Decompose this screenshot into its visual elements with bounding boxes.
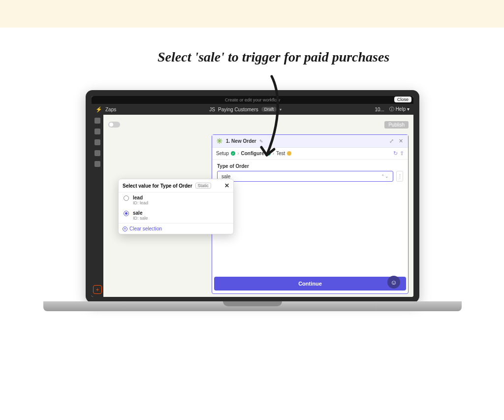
rail-icon[interactable] <box>94 129 100 134</box>
rail-icon[interactable] <box>94 150 100 156</box>
help-menu[interactable]: ⓘ Help ▾ <box>389 106 410 113</box>
assistant-fab[interactable]: ☺ <box>387 276 400 289</box>
page-banner <box>0 0 504 28</box>
clear-selection-button[interactable]: ✕ Clear selection <box>123 226 229 231</box>
option-label: lead <box>133 195 148 200</box>
share-icon[interactable]: ⇪ <box>400 150 404 157</box>
continue-button[interactable]: Continue <box>214 277 406 291</box>
field-menu-button[interactable]: ⋮ <box>396 171 403 182</box>
value-picker-popover: Select value for Type of Order Static ✕ … <box>118 179 234 234</box>
close-icon[interactable]: ✕ <box>224 182 229 189</box>
option-id: ID: sale <box>133 216 148 221</box>
left-rail: + <box>92 115 103 297</box>
publish-button[interactable]: Publish <box>384 121 409 129</box>
static-badge: Static <box>195 183 212 189</box>
callout-arrow <box>240 71 294 172</box>
radio-selected-icon <box>124 211 129 216</box>
expand-icon[interactable]: ⤢ <box>388 138 395 144</box>
clear-icon: ✕ <box>123 226 127 231</box>
callout-annotation: Select 'sale' to trigger for paid purcha… <box>158 49 389 65</box>
rail-icon[interactable] <box>94 139 100 145</box>
rail-icon[interactable] <box>94 161 100 167</box>
laptop-base <box>43 301 462 325</box>
chevron-right-icon: › <box>237 151 239 156</box>
app-logo-icon: ✳️ <box>216 138 223 144</box>
option-label: sale <box>133 210 148 216</box>
workflow-prefix: JS <box>209 107 215 112</box>
close-icon[interactable]: ✕ <box>398 138 404 144</box>
caret-icon: ⌃⌄ <box>381 174 389 179</box>
refresh-icon[interactable]: ↻ <box>393 150 398 157</box>
enable-toggle[interactable] <box>108 122 120 128</box>
option-id: ID: lead <box>133 200 148 205</box>
add-step-button[interactable]: + <box>93 285 102 294</box>
close-button[interactable]: Close <box>394 97 411 102</box>
check-icon: ✓ <box>231 151 235 156</box>
option-sale[interactable]: sale ID: sale <box>119 208 233 223</box>
rail-icon[interactable] <box>94 118 100 124</box>
zoom-indicator[interactable]: 10... <box>375 107 384 112</box>
bolt-icon: ⚡ <box>95 106 102 113</box>
select-value: sale <box>221 174 230 179</box>
radio-icon <box>124 195 129 201</box>
popover-title: Select value for Type of Order <box>123 183 192 189</box>
option-lead[interactable]: lead ID: lead <box>119 193 233 208</box>
tab-setup[interactable]: Setup <box>216 151 229 156</box>
type-of-order-select[interactable]: sale ⌃⌄ <box>217 171 393 182</box>
app-title: Zaps <box>105 107 116 112</box>
